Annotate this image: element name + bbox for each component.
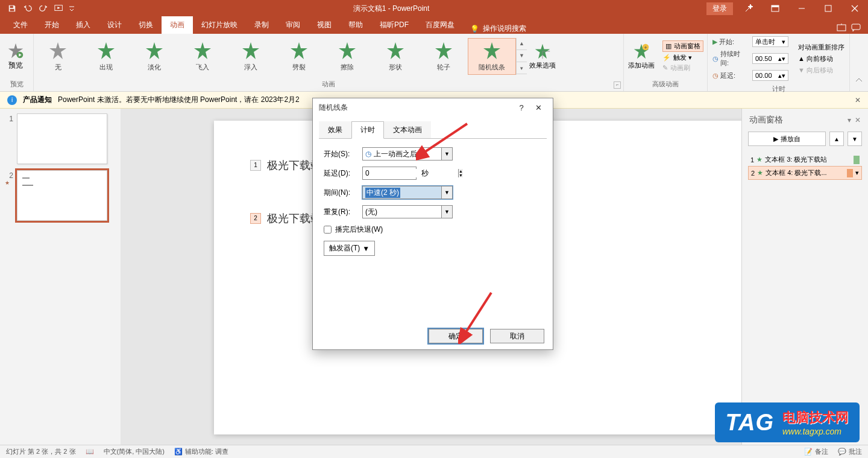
login-button[interactable]: 登录 xyxy=(706,2,733,15)
animation-painter-button[interactable]: ✎动画刷 xyxy=(662,63,703,72)
pane-dropdown-icon[interactable]: ▾ xyxy=(848,116,851,124)
watermark-tag: TAG xyxy=(726,410,774,436)
tab-help[interactable]: 帮助 xyxy=(340,16,371,34)
tab-design[interactable]: 设计 xyxy=(99,16,130,34)
qat-customize-icon[interactable] xyxy=(68,1,76,16)
cancel-button[interactable]: 取消 xyxy=(490,329,544,343)
tab-insert[interactable]: 插入 xyxy=(68,16,99,34)
anim-wipe[interactable]: 擦除 xyxy=(323,38,371,75)
notes-button[interactable]: 📝 备注 xyxy=(804,447,828,456)
maximize-icon[interactable] xyxy=(815,0,841,17)
gallery-down-icon[interactable]: ▼ xyxy=(517,50,527,62)
dialog-start-select[interactable]: ◷ 上一动画之后 ▼ xyxy=(362,147,453,161)
thumbnail-1[interactable] xyxy=(17,113,107,164)
add-animation-button[interactable]: + 添加动画 xyxy=(624,43,659,70)
effect-options-button[interactable]: 效果选项 xyxy=(527,43,558,70)
tab-transitions[interactable]: 切换 xyxy=(130,16,162,34)
share-icon[interactable] xyxy=(837,24,846,34)
tab-slideshow[interactable]: 幻灯片放映 xyxy=(193,16,246,34)
timing-delay-input[interactable]: 00.00▴▾ xyxy=(752,70,788,81)
spin-down-icon[interactable]: ▼ xyxy=(459,173,463,177)
dialog-tab-effect[interactable]: 效果 xyxy=(319,121,351,139)
item-dropdown-icon[interactable]: ▾ xyxy=(855,169,859,177)
timing-duration-input[interactable]: 00.50▴▾ xyxy=(752,53,788,64)
anim-order-tag[interactable]: 1 xyxy=(250,160,261,171)
minimize-icon[interactable] xyxy=(788,0,815,17)
dialog-delay-input[interactable]: ▲▼ xyxy=(362,167,417,180)
redo-icon[interactable] xyxy=(36,1,51,16)
chevron-down-icon[interactable]: ▼ xyxy=(441,186,452,199)
svg-marker-18 xyxy=(339,42,356,59)
animation-indicator-icon[interactable]: ★ xyxy=(5,180,13,186)
anim-order-tag[interactable]: 2 xyxy=(250,213,261,224)
anim-split[interactable]: 劈裂 xyxy=(275,38,323,75)
save-icon[interactable] xyxy=(5,1,19,16)
thumbnail-2[interactable]: ▬▬ ▬▬▬ xyxy=(17,170,107,221)
magic-icon[interactable] xyxy=(735,0,762,17)
animation-pane: 动画窗格 ▾ ✕ ▶ 播放自 ▲ ▼ 1 ★ 文本框 3: 极光下载站 2 ★ … xyxy=(741,109,868,445)
comments-button[interactable]: 💬 批注 xyxy=(838,447,862,456)
dialog-duration-select[interactable]: 中速(2 秒) ▼ xyxy=(362,186,453,199)
dialog-tab-timing[interactable]: 计时 xyxy=(351,121,384,139)
spellcheck-icon[interactable]: 📖 xyxy=(86,448,94,456)
tab-file[interactable]: 文件 xyxy=(5,16,36,34)
language-status[interactable]: 中文(简体, 中国大陆) xyxy=(104,447,165,456)
thumb-number: 1 xyxy=(5,113,13,123)
tab-home[interactable]: 开始 xyxy=(36,16,68,34)
dialog-start-label: 开始(S): xyxy=(324,149,357,159)
trigger-button[interactable]: ⚡触发 ▾ xyxy=(662,53,703,62)
anim-list-item-2[interactable]: 2 ★ 文本框 4: 极光下载... ▾ xyxy=(748,166,862,180)
undo-icon[interactable] xyxy=(20,1,35,16)
tab-view[interactable]: 视图 xyxy=(309,16,340,34)
pane-close-icon[interactable]: ✕ xyxy=(855,116,861,124)
anim-appear[interactable]: 出现 xyxy=(82,38,130,75)
dialog-repeat-select[interactable]: (无) ▼ xyxy=(362,205,453,218)
anim-flyin[interactable]: 飞入 xyxy=(178,38,227,75)
timing-start-select[interactable]: 单击时▾ xyxy=(752,36,788,47)
animation-pane-button[interactable]: ▥动画窗格 xyxy=(662,40,703,52)
lightbulb-icon: 💡 xyxy=(470,25,479,33)
tab-baidu[interactable]: 百度网盘 xyxy=(417,16,463,34)
collapse-ribbon-icon[interactable] xyxy=(850,34,868,91)
ribbon-display-icon[interactable] xyxy=(762,0,788,17)
tab-animations[interactable]: 动画 xyxy=(162,16,193,34)
dialog-close-icon[interactable]: ✕ xyxy=(530,103,547,112)
chevron-down-icon[interactable]: ▼ xyxy=(441,148,452,160)
tell-me[interactable]: 💡 操作说明搜索 xyxy=(463,24,533,34)
notice-text: PowerPoint 未激活。若要无中断地继续使用 PowerPoint，请在 … xyxy=(58,95,300,105)
accessibility-button[interactable]: ♿ 辅助功能: 调查 xyxy=(174,447,228,456)
dialog-tab-textanim[interactable]: 文本动画 xyxy=(384,121,431,139)
comments-icon[interactable] xyxy=(851,24,861,34)
tab-foxit[interactable]: 福昕PDF xyxy=(371,16,417,34)
preview-label: 预览 xyxy=(8,60,23,71)
gallery-up-icon[interactable]: ▲ xyxy=(517,38,527,50)
play-from-button[interactable]: ▶ 播放自 xyxy=(748,132,826,146)
dialog-trigger-button[interactable]: 触发器(T) ▼ xyxy=(324,241,375,256)
preview-button[interactable]: 预览 xyxy=(0,42,31,71)
anim-none[interactable]: 无 xyxy=(34,38,82,75)
dialog-rewind-checkbox[interactable]: 播完后快退(W) xyxy=(324,224,383,235)
ok-button[interactable]: 确定 xyxy=(429,329,483,343)
spin-up-icon[interactable]: ▲ xyxy=(459,169,463,173)
ribbon: 预览 预览 无 出现 淡化 飞入 浮入 劈裂 擦除 形状 轮子 随机线条 ▲ ▼… xyxy=(0,34,868,92)
close-icon[interactable] xyxy=(841,0,868,17)
dialog-help-icon[interactable]: ? xyxy=(513,103,530,112)
anim-shape[interactable]: 形状 xyxy=(371,38,420,75)
move-earlier-button[interactable]: ▲ 向前移动 xyxy=(798,54,844,63)
notice-close-icon[interactable]: ✕ xyxy=(855,96,861,104)
move-up-button[interactable]: ▲ xyxy=(829,132,844,146)
anim-list-item-1[interactable]: 1 ★ 文本框 3: 极光下载站 xyxy=(748,153,862,166)
tab-record[interactable]: 录制 xyxy=(246,16,277,34)
tab-review[interactable]: 审阅 xyxy=(277,16,309,34)
anim-fade[interactable]: 淡化 xyxy=(130,38,178,75)
move-later-button[interactable]: ▼ 向后移动 xyxy=(798,66,844,75)
animation-launcher-icon[interactable]: ⌐ xyxy=(614,81,621,89)
chevron-down-icon[interactable]: ▼ xyxy=(441,206,452,218)
anim-wheel[interactable]: 轮子 xyxy=(420,38,468,75)
anim-floatin[interactable]: 浮入 xyxy=(227,38,275,75)
start-from-beginning-icon[interactable] xyxy=(52,1,66,16)
timeline-bar xyxy=(847,169,853,177)
anim-randombars[interactable]: 随机线条 xyxy=(468,38,516,75)
gallery-more-icon[interactable]: ▾ xyxy=(517,62,527,74)
move-down-button[interactable]: ▼ xyxy=(848,132,862,146)
